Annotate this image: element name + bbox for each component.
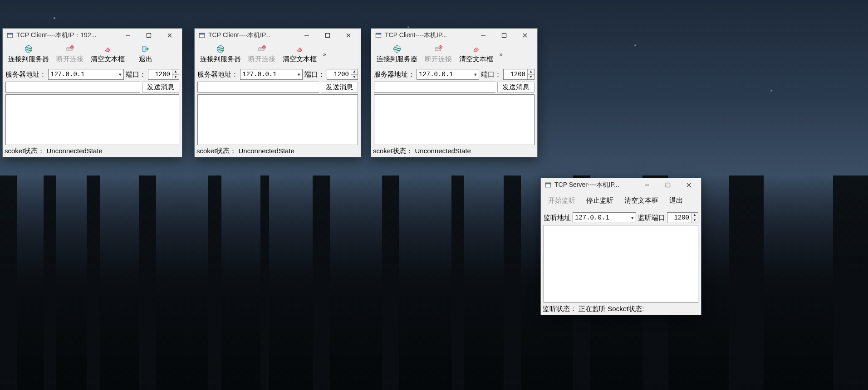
port-spinbox[interactable]: ▲ ▼ — [148, 69, 179, 80]
spin-down-button[interactable]: ▼ — [351, 75, 358, 80]
window-title: TCP Server----本机IP... — [554, 181, 637, 189]
clear-label: 清空文本框 — [91, 55, 125, 63]
window-close-button[interactable] — [338, 29, 359, 42]
log-textarea[interactable] — [544, 225, 698, 303]
svg-rect-16 — [376, 33, 381, 34]
port-input[interactable] — [327, 69, 351, 79]
window-maximize-button[interactable] — [494, 29, 515, 42]
send-button[interactable]: 发送消息 — [142, 82, 179, 93]
toolbar-overflow-button[interactable]: » — [321, 52, 328, 57]
window-minimize-button[interactable] — [118, 29, 138, 42]
message-input[interactable] — [374, 82, 499, 92]
chevron-down-icon[interactable]: ▾ — [117, 72, 123, 78]
log-textarea[interactable] — [197, 94, 358, 145]
disconnect-icon — [434, 45, 442, 53]
listen-address-combo[interactable]: ▾ — [573, 212, 636, 223]
message-input[interactable] — [6, 82, 143, 92]
tcp-client-window: TCP Client----本机IP... 连接到服务器 断开连接 — [371, 28, 538, 157]
port-spinbox[interactable]: ▲ ▼ — [503, 69, 535, 80]
server-address-combo[interactable]: ▾ — [240, 69, 303, 80]
window-minimize-button[interactable] — [296, 29, 317, 42]
message-input[interactable] — [198, 82, 322, 92]
message-input-wrapper — [197, 82, 319, 93]
port-label: 端口： — [126, 70, 146, 79]
spin-down-button[interactable]: ▼ — [172, 75, 179, 80]
log-textarea[interactable] — [374, 94, 535, 145]
chevron-down-icon[interactable]: ▾ — [296, 72, 302, 78]
stop-listen-button[interactable]: 停止监听 — [582, 194, 618, 208]
globe-icon — [216, 45, 225, 53]
spin-up-button[interactable]: ▲ — [528, 69, 534, 75]
clear-label: 清空文本框 — [624, 196, 658, 205]
spin-down-button[interactable]: ▼ — [691, 218, 698, 223]
exit-label: 退出 — [139, 55, 152, 63]
toolbar: 连接到服务器 断开连接 清空文本框 » — [195, 42, 361, 67]
exit-label: 退出 — [669, 196, 683, 205]
desktop-wallpaper-trees — [0, 176, 868, 390]
start-listen-label: 开始监听 — [548, 196, 575, 205]
tcp-client-window: TCP Client----本机IP... 连接到服务器 断开连接 — [194, 28, 361, 157]
server-address-combo[interactable]: ▾ — [48, 69, 124, 80]
listen-port-spinbox[interactable]: ▲ ▼ — [667, 212, 698, 223]
spin-up-button[interactable]: ▲ — [691, 213, 698, 218]
spin-up-button[interactable]: ▲ — [172, 69, 179, 75]
listen-port-input[interactable] — [667, 213, 691, 223]
server-address-input[interactable] — [240, 69, 296, 79]
port-spinbox[interactable]: ▲ ▼ — [327, 69, 358, 80]
toolbar-overflow-button[interactable]: » — [498, 52, 505, 57]
spin-up-button[interactable]: ▲ — [351, 69, 358, 75]
start-listen-button[interactable]: 开始监听 — [544, 194, 580, 208]
window-close-button[interactable] — [159, 29, 180, 42]
eraser-icon — [104, 45, 112, 53]
window-close-button[interactable] — [678, 178, 699, 192]
app-icon — [198, 32, 206, 39]
svg-rect-23 — [545, 183, 550, 184]
listen-address-input[interactable] — [573, 213, 630, 223]
server-address-combo[interactable]: ▾ — [417, 69, 479, 80]
send-button[interactable]: 发送消息 — [497, 82, 535, 93]
window-maximize-button[interactable] — [138, 29, 159, 42]
server-address-input[interactable] — [49, 69, 117, 79]
titlebar[interactable]: TCP Client----本机IP... — [371, 29, 537, 42]
send-button[interactable]: 发送消息 — [321, 82, 358, 93]
window-close-button[interactable] — [515, 29, 535, 42]
titlebar[interactable]: TCP Client----本机IP... — [195, 29, 361, 42]
window-minimize-button[interactable] — [637, 178, 657, 192]
port-input[interactable] — [504, 69, 527, 79]
clear-button[interactable]: 清空文本框 — [280, 44, 319, 64]
titlebar[interactable]: TCP Client----本机IP：192... — [3, 29, 182, 42]
disconnect-button[interactable]: 断开连接 — [422, 44, 455, 64]
clear-button[interactable]: 清空文本框 — [88, 44, 128, 64]
clear-button[interactable]: 清空文本框 — [620, 194, 663, 208]
connect-button[interactable]: 连接到服务器 — [374, 44, 420, 64]
disconnect-icon — [66, 45, 74, 53]
message-input-wrapper — [5, 82, 140, 93]
toolbar: 开始监听 停止监听 清空文本框 退出 — [541, 192, 701, 210]
connect-button[interactable]: 连接到服务器 — [5, 44, 52, 64]
port-label: 端口： — [304, 70, 325, 79]
chevron-down-icon[interactable]: ▾ — [473, 72, 479, 78]
port-input[interactable] — [148, 69, 172, 79]
svg-rect-24 — [666, 183, 670, 187]
disconnect-button[interactable]: 断开连接 — [245, 44, 278, 64]
port-label: 端口： — [481, 70, 501, 79]
spin-down-button[interactable]: ▼ — [528, 75, 534, 80]
window-minimize-button[interactable] — [473, 29, 494, 42]
chevron-down-icon[interactable]: ▾ — [630, 215, 636, 221]
disconnect-button[interactable]: 断开连接 — [54, 44, 86, 64]
connect-button[interactable]: 连接到服务器 — [197, 44, 244, 64]
window-maximize-button[interactable] — [657, 178, 678, 192]
toolbar: 连接到服务器 断开连接 清空文本框 » — [371, 42, 537, 67]
clear-button[interactable]: 清空文本框 — [456, 44, 496, 64]
window-title: TCP Client----本机IP... — [208, 31, 296, 39]
exit-button[interactable]: 退出 — [665, 194, 687, 208]
clear-label: 清空文本框 — [459, 55, 493, 63]
window-maximize-button[interactable] — [317, 29, 338, 42]
globe-icon — [25, 45, 33, 53]
status-bar: scoket状态： UnconnectedState — [195, 146, 361, 157]
titlebar[interactable]: TCP Server----本机IP... — [541, 178, 701, 192]
exit-button[interactable]: 退出 — [129, 44, 162, 64]
server-address-input[interactable] — [417, 69, 473, 79]
eraser-icon — [296, 45, 304, 53]
log-textarea[interactable] — [5, 94, 179, 145]
